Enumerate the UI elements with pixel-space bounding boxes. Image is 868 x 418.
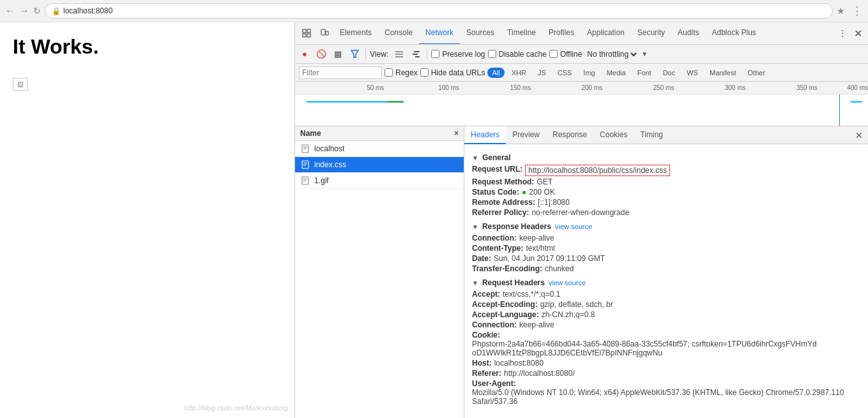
tab-timeline-label: Timeline xyxy=(507,28,536,37)
detail-tab-headers[interactable]: Headers xyxy=(464,126,506,144)
request-view-source-link[interactable]: view source xyxy=(549,279,586,287)
filter-type-font[interactable]: Font xyxy=(633,68,656,78)
url-bar[interactable]: 🔒 localhost:8080 xyxy=(45,3,833,19)
svg-rect-4 xyxy=(321,29,325,35)
filter-type-img[interactable]: Img xyxy=(579,68,599,78)
file-list: Name × localhost xyxy=(295,126,464,418)
device-icon[interactable] xyxy=(316,24,333,42)
detail-tab-cookies-label: Cookies xyxy=(600,130,627,139)
offline-group[interactable]: Offline xyxy=(549,50,582,59)
detail-tab-preview[interactable]: Preview xyxy=(506,126,546,144)
file-list-header: Name × xyxy=(295,126,464,141)
camera-icon[interactable]: ▩ xyxy=(331,47,345,61)
req-connection-val: keep-alive xyxy=(519,320,554,329)
filter-type-doc[interactable]: Doc xyxy=(659,68,680,78)
tab-console[interactable]: Console xyxy=(378,22,419,45)
tab-audits[interactable]: Audits xyxy=(671,22,705,45)
tab-sources[interactable]: Sources xyxy=(460,22,501,45)
resp-connection-key: Connection: xyxy=(472,234,517,243)
forward-button[interactable]: → xyxy=(19,5,29,17)
detail-close-button[interactable]: ✕ xyxy=(850,126,868,144)
filter-type-other[interactable]: Other xyxy=(743,68,770,78)
bookmark-icon[interactable]: ★ xyxy=(837,6,845,16)
tab-application[interactable]: Application xyxy=(581,22,631,45)
resp-content-type-key: Content-Type: xyxy=(472,244,523,253)
filter-type-all[interactable]: All xyxy=(487,68,504,78)
devtools-more-icon[interactable]: ⋮ xyxy=(835,24,850,42)
req-accept-encoding-key: Accept-Encoding: xyxy=(472,300,538,309)
filter-type-manifest[interactable]: Manifest xyxy=(705,68,741,78)
resp-date-key: Date: xyxy=(472,254,491,263)
file-item-gif[interactable]: 1.gif xyxy=(295,173,464,189)
preserve-log-group[interactable]: Preserve log xyxy=(431,50,485,59)
filter-input[interactable] xyxy=(299,66,382,79)
svg-rect-13 xyxy=(302,145,308,153)
regex-checkbox[interactable] xyxy=(385,68,393,77)
filter-type-js[interactable]: JS xyxy=(533,68,551,78)
tab-adblock[interactable]: Adblock Plus xyxy=(705,22,762,45)
resp-transfer-encoding-val: chunked xyxy=(545,264,574,273)
network-toolbar: ● 🚫 ▩ View: Preserve log xyxy=(295,45,868,64)
browser-chrome: ← → ↻ 🔒 localhost:8080 ★ ⋮ xyxy=(0,0,868,22)
detail-tab-response[interactable]: Response xyxy=(546,126,593,144)
devtools-close-icon[interactable]: ✕ xyxy=(850,24,865,42)
tab-profiles[interactable]: Profiles xyxy=(542,22,581,45)
offline-checkbox[interactable] xyxy=(549,50,558,58)
remote-address-value: [::1]:8080 xyxy=(538,198,570,207)
req-user-agent-key: User-Agent: xyxy=(472,379,516,388)
close-panel-button[interactable]: × xyxy=(454,129,459,138)
timeline-area: 50 ms 100 ms 150 ms 200 ms 250 ms 300 ms… xyxy=(295,82,868,126)
file-name-localhost: localhost xyxy=(314,144,344,153)
general-section-label: General xyxy=(482,153,511,162)
tab-elements[interactable]: Elements xyxy=(333,22,378,45)
ruler-mark-250: 250 ms xyxy=(653,84,674,91)
hide-data-urls-group[interactable]: Hide data URLs xyxy=(420,68,485,77)
tab-network[interactable]: Network xyxy=(419,22,460,45)
list-view-icon[interactable] xyxy=(392,47,406,61)
req-cookie-key: Cookie: xyxy=(472,331,500,340)
detail-tab-cookies[interactable]: Cookies xyxy=(593,126,634,144)
svg-rect-21 xyxy=(302,177,308,184)
inspect-icon[interactable] xyxy=(298,24,316,42)
referrer-policy-key: Referrer Policy: xyxy=(472,208,529,217)
detail-tabs: Headers Preview Response Cookies Timing xyxy=(464,126,868,144)
detail-tab-headers-label: Headers xyxy=(471,130,499,139)
more-icon[interactable]: ⋮ xyxy=(851,4,863,18)
general-arrow: ▼ xyxy=(472,154,478,161)
throttle-select[interactable]: No throttling xyxy=(584,49,639,59)
clear-button[interactable]: 🚫 xyxy=(314,47,328,61)
tab-timeline[interactable]: Timeline xyxy=(501,22,542,45)
disable-cache-checkbox[interactable] xyxy=(488,50,496,58)
req-cookie-val: Phpstorm-2a4a7b66=466bd044-3a65-4089-86a… xyxy=(472,340,860,357)
filter-icon[interactable] xyxy=(347,47,362,61)
resp-connection-row: Connection: keep-alive xyxy=(472,234,860,243)
disable-cache-group[interactable]: Disable cache xyxy=(488,50,547,59)
req-host-key: Host: xyxy=(472,359,492,368)
offline-label: Offline xyxy=(560,50,582,59)
filter-type-css[interactable]: CSS xyxy=(553,68,577,78)
back-button[interactable]: ← xyxy=(5,5,15,17)
resp-connection-val: keep-alive xyxy=(519,234,554,243)
tab-application-label: Application xyxy=(587,28,625,37)
waterfall-view-icon[interactable] xyxy=(409,47,423,61)
refresh-button[interactable]: ↻ xyxy=(33,6,41,16)
url-text: localhost:8080 xyxy=(63,6,112,15)
hide-data-urls-checkbox[interactable] xyxy=(420,68,429,77)
filter-type-media[interactable]: Media xyxy=(602,68,630,78)
toolbar-divider2 xyxy=(427,49,427,60)
response-view-source-link[interactable]: view source xyxy=(555,223,592,230)
request-url-row: Request URL: http://localhost:8080/publi… xyxy=(472,165,860,176)
record-button[interactable]: ● xyxy=(298,47,312,61)
filter-type-xhr[interactable]: XHR xyxy=(507,68,531,78)
detail-tab-timing[interactable]: Timing xyxy=(634,126,669,144)
request-headers-section-label: Request Headers xyxy=(482,278,545,287)
tab-adblock-label: Adblock Plus xyxy=(712,28,756,37)
preserve-log-checkbox[interactable] xyxy=(431,50,439,58)
filter-type-ws[interactable]: WS xyxy=(682,68,703,78)
req-connection-row: Connection: keep-alive xyxy=(472,320,860,329)
file-item-localhost[interactable]: localhost xyxy=(295,141,464,157)
tab-security[interactable]: Security xyxy=(631,22,671,45)
resp-transfer-encoding-key: Transfer-Encoding: xyxy=(472,264,542,273)
regex-group[interactable]: Regex xyxy=(385,68,418,77)
file-item-indexcss[interactable]: index.css xyxy=(295,157,464,173)
